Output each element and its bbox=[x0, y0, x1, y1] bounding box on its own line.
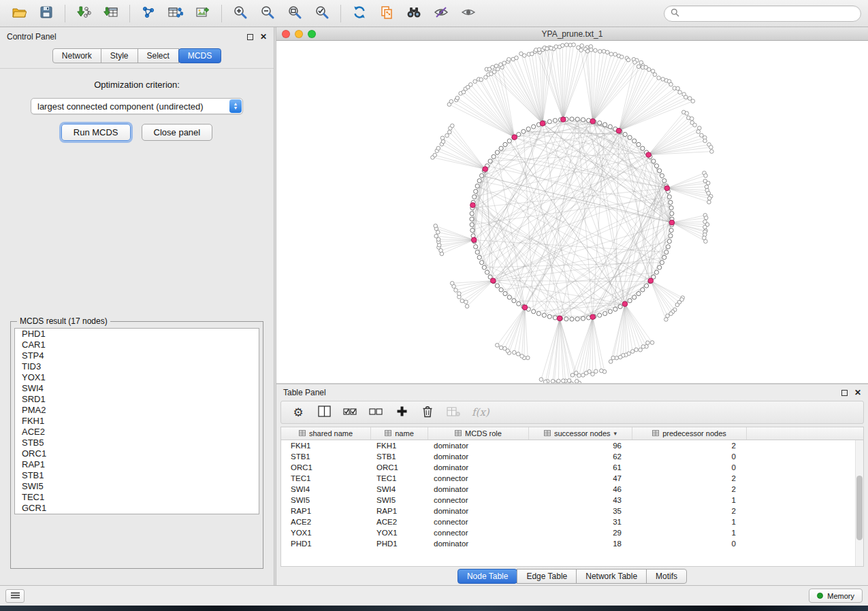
list-item[interactable]: PHD1 bbox=[15, 329, 259, 340]
search-box[interactable] bbox=[664, 5, 861, 22]
duplicate-network-button[interactable] bbox=[374, 3, 399, 24]
refresh-icon bbox=[352, 5, 367, 22]
table-cell: 96 bbox=[529, 442, 632, 450]
list-item[interactable]: PMA2 bbox=[15, 405, 259, 416]
network-titlebar[interactable]: YPA_prune.txt_1 bbox=[276, 27, 868, 41]
export-image-button[interactable] bbox=[191, 3, 215, 24]
scrollbar-thumb[interactable] bbox=[856, 476, 863, 540]
select-all-button[interactable] bbox=[342, 405, 357, 420]
add-column-button[interactable] bbox=[394, 405, 409, 420]
list-item[interactable]: STB1 bbox=[15, 470, 259, 481]
table-cell: 0 bbox=[632, 452, 747, 461]
list-item[interactable]: GCR1 bbox=[15, 503, 259, 514]
close-panel-icon[interactable]: ✕ bbox=[260, 33, 267, 41]
save-button[interactable] bbox=[34, 3, 59, 24]
close-panel-button[interactable]: Close panel bbox=[142, 124, 213, 141]
task-history-button[interactable] bbox=[5, 589, 25, 603]
table-row[interactable]: ORC1ORC1dominator610 bbox=[281, 462, 863, 473]
table-cell: SWI4 bbox=[371, 485, 428, 493]
show-graphics-button[interactable] bbox=[456, 3, 481, 24]
window-zoom-button[interactable] bbox=[308, 30, 316, 38]
tab-style[interactable]: Style bbox=[101, 48, 138, 63]
criterion-dropdown[interactable]: largest connected component (undirected)… bbox=[31, 98, 243, 114]
new-network-button[interactable] bbox=[136, 3, 161, 24]
search-input[interactable] bbox=[684, 9, 854, 18]
function-builder-button[interactable]: f(x) bbox=[472, 405, 489, 420]
table-cell: YOX1 bbox=[371, 529, 428, 537]
tab-mcds[interactable]: MCDS bbox=[178, 48, 221, 63]
import-network-button[interactable] bbox=[71, 3, 96, 24]
network-from-table-button[interactable] bbox=[163, 3, 188, 24]
table-row[interactable]: ACE2ACE2connector311 bbox=[281, 516, 863, 527]
zoom-in-icon bbox=[233, 5, 248, 22]
table-row[interactable]: YOX1YOX1connector291 bbox=[281, 527, 863, 538]
network-view[interactable] bbox=[276, 41, 868, 383]
column-header-shared-name[interactable]: shared name bbox=[281, 427, 371, 440]
find-button[interactable] bbox=[402, 3, 426, 24]
table-row[interactable]: SWI4SWI4dominator462 bbox=[281, 484, 863, 495]
memory-label: Memory bbox=[827, 592, 854, 600]
deselect-all-button[interactable] bbox=[368, 405, 383, 420]
table-row[interactable]: STB1STB1dominator620 bbox=[281, 451, 863, 462]
import-table-icon bbox=[103, 5, 118, 21]
table-cell: connector bbox=[428, 518, 529, 526]
table-row[interactable]: FKH1FKH1dominator962 bbox=[281, 440, 863, 451]
tab-network[interactable]: Network bbox=[52, 48, 101, 63]
table-cell: FKH1 bbox=[371, 442, 428, 450]
refresh-layout-button[interactable] bbox=[347, 3, 372, 24]
float-panel-icon[interactable] bbox=[247, 34, 253, 40]
tab-node-table[interactable]: Node Table bbox=[457, 569, 518, 584]
table-row[interactable]: TEC1TEC1connector472 bbox=[281, 473, 863, 484]
column-header-predecessor-nodes[interactable]: predecessor nodes bbox=[632, 427, 747, 440]
table-row[interactable]: PHD1PHD1dominator180 bbox=[281, 538, 863, 549]
column-header-successor-nodes[interactable]: successor nodes ▾ bbox=[529, 427, 632, 440]
zoom-in-button[interactable] bbox=[228, 3, 253, 24]
table-settings-button[interactable]: ⚙ bbox=[291, 405, 306, 420]
criterion-value: largest connected component (undirected) bbox=[37, 101, 204, 112]
list-item[interactable]: SWI4 bbox=[15, 383, 259, 394]
table-row[interactable]: RAP1RAP1dominator352 bbox=[281, 506, 863, 516]
delete-column-button[interactable] bbox=[420, 405, 435, 420]
zoom-fit-button[interactable] bbox=[283, 3, 307, 24]
list-item[interactable]: STP4 bbox=[15, 350, 259, 361]
close-table-panel-icon[interactable]: ✕ bbox=[854, 389, 861, 397]
show-columns-button[interactable] bbox=[317, 405, 332, 420]
list-item[interactable]: FKH1 bbox=[15, 416, 259, 427]
tab-network-table[interactable]: Network Table bbox=[576, 569, 647, 584]
import-table-button[interactable] bbox=[99, 3, 123, 24]
memory-button[interactable]: Memory bbox=[809, 589, 863, 603]
tab-select[interactable]: Select bbox=[138, 48, 179, 63]
list-item[interactable]: ACE2 bbox=[15, 427, 259, 437]
table-cell: PHD1 bbox=[281, 540, 371, 548]
list-item[interactable]: SRD1 bbox=[15, 394, 259, 405]
open-button[interactable] bbox=[7, 3, 31, 24]
run-mcds-button[interactable]: Run MCDS bbox=[61, 124, 131, 141]
zoom-out-button[interactable] bbox=[255, 3, 280, 24]
zoom-selected-button[interactable] bbox=[310, 3, 334, 24]
tab-motifs[interactable]: Motifs bbox=[646, 569, 687, 584]
table-scrollbar[interactable] bbox=[855, 440, 863, 566]
apply-style-button[interactable] bbox=[429, 3, 453, 24]
table-row[interactable]: SWI5SWI5connector431 bbox=[281, 495, 863, 506]
column-header-name[interactable]: name bbox=[371, 427, 428, 440]
list-item[interactable]: SWI5 bbox=[15, 481, 259, 492]
window-close-button[interactable] bbox=[282, 30, 290, 38]
network-canvas[interactable] bbox=[276, 41, 868, 383]
list-item[interactable]: TEC1 bbox=[15, 492, 259, 503]
window-minimize-button[interactable] bbox=[295, 30, 303, 38]
zoom-selected-icon bbox=[315, 5, 329, 22]
list-item[interactable]: RAP1 bbox=[15, 459, 259, 470]
column-header-mcds-role[interactable]: MCDS role bbox=[428, 427, 529, 440]
table-cell: SWI5 bbox=[371, 496, 428, 504]
float-table-panel-icon[interactable] bbox=[841, 390, 848, 396]
list-item[interactable]: STB5 bbox=[15, 437, 259, 448]
table-cell: dominator bbox=[428, 463, 529, 472]
list-item[interactable]: ORC1 bbox=[15, 448, 259, 459]
mcds-result-list[interactable]: PHD1CAR1STP4TID3YOX1SWI4SRD1PMA2FKH1ACE2… bbox=[14, 328, 259, 514]
tab-edge-table[interactable]: Edge Table bbox=[517, 569, 577, 584]
table-cell: TEC1 bbox=[371, 474, 428, 482]
list-item[interactable]: TID3 bbox=[15, 361, 259, 372]
list-item[interactable]: CAR1 bbox=[15, 340, 259, 350]
list-item[interactable]: YOX1 bbox=[15, 372, 259, 383]
delete-table-button[interactable] bbox=[446, 405, 461, 420]
